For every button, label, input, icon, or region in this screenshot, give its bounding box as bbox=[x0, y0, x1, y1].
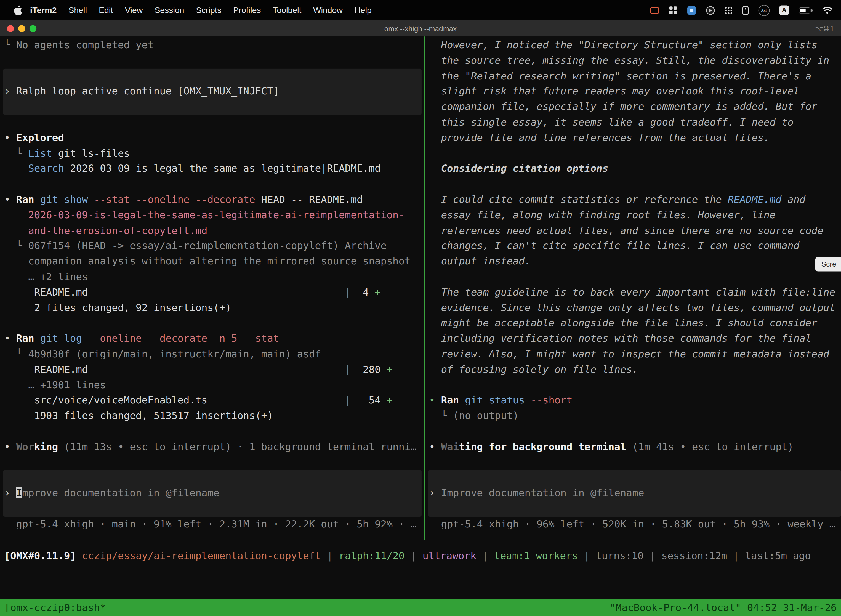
apple-menu-icon[interactable] bbox=[14, 5, 22, 15]
text-segment: --short bbox=[530, 395, 573, 406]
terminal-line: └ 4b9d30f (origin/main, instructkr/main,… bbox=[4, 347, 321, 362]
keycap-icon[interactable] bbox=[742, 6, 749, 15]
input-source-icon[interactable]: A bbox=[779, 5, 789, 15]
omx-status-segment: | bbox=[404, 550, 422, 561]
text-segment: … +2 lines bbox=[4, 271, 88, 282]
zoom-button[interactable] bbox=[29, 25, 37, 32]
terminal-line: 1903 files changed, 513517 insertions(+) bbox=[4, 408, 273, 424]
text-segment: slight risk that future readers may over… bbox=[429, 85, 799, 97]
text-segment: Wor bbox=[16, 441, 34, 452]
cpu-meter-icon[interactable]: .61 bbox=[759, 5, 770, 16]
minimize-button[interactable] bbox=[18, 25, 25, 32]
text-segment: › bbox=[4, 487, 16, 499]
text-segment: ting for background terminal bbox=[459, 441, 626, 452]
text-segment: of focusing solely on file lines. bbox=[429, 364, 638, 375]
text-segment: git log bbox=[40, 333, 82, 344]
tooltip-text: Scre bbox=[821, 260, 836, 268]
battery-icon[interactable] bbox=[799, 7, 813, 13]
text-segment: Ran bbox=[16, 333, 34, 344]
text-segment: › bbox=[429, 487, 441, 499]
text-segment: --oneline --decorate -n 5 --stat bbox=[88, 333, 279, 344]
text-segment: I could cite commit statistics or refere… bbox=[429, 194, 728, 205]
terminal-line: companion analysis without altering the … bbox=[4, 254, 410, 269]
text-segment: | bbox=[88, 364, 351, 375]
menu-edit[interactable]: Edit bbox=[93, 5, 119, 15]
grid-icon[interactable] bbox=[669, 6, 677, 14]
text-segment: + bbox=[375, 286, 381, 298]
window-title: omx --xhigh --madmax bbox=[384, 24, 457, 32]
omx-status-segment: last:5m ago bbox=[745, 550, 811, 561]
menu-help[interactable]: Help bbox=[349, 5, 378, 15]
text-segment: evidence. Since this change only affects… bbox=[429, 302, 835, 313]
menu-view[interactable]: View bbox=[119, 5, 149, 15]
text-segment: king bbox=[34, 441, 58, 452]
text-segment: git ls-files bbox=[52, 147, 130, 159]
text-segment: … +1901 lines bbox=[4, 379, 106, 390]
text-segment: Search bbox=[28, 163, 64, 174]
text-segment: review. Also, I might want to inspect th… bbox=[429, 348, 829, 359]
text-segment: • bbox=[429, 441, 441, 452]
omx-status-segment: team:1 workers bbox=[494, 550, 578, 561]
terminal-line: references need actual files, and since … bbox=[429, 223, 823, 238]
text-segment bbox=[34, 333, 40, 344]
text-segment: this single essay, it seems like a good … bbox=[429, 116, 794, 128]
menu-toolbelt[interactable]: Toolbelt bbox=[267, 5, 308, 15]
menu-iterm2[interactable]: iTerm2 bbox=[24, 5, 62, 15]
omx-status-segment: [OMX#0.11.9] bbox=[4, 550, 76, 561]
text-segment: └ (no output) bbox=[429, 410, 519, 421]
text-segment: Ran bbox=[16, 194, 34, 205]
text-segment: 1903 files changed, 513517 insertions(+) bbox=[4, 410, 273, 421]
terminal-line: gpt-5.4 xhigh · 96% left · 520K in · 5.8… bbox=[429, 517, 835, 532]
text-segment: including verification notes with those … bbox=[429, 333, 812, 344]
terminal-line: companion file, especially if more comme… bbox=[429, 99, 817, 115]
screen-recording-icon[interactable] bbox=[650, 7, 659, 13]
terminal-line: … +2 lines bbox=[4, 269, 88, 285]
text-segment: companion analysis without altering the … bbox=[4, 255, 410, 267]
terminal-line: might be acceptable alongside the file l… bbox=[429, 316, 817, 331]
text-segment: src/voice/voiceModeEnabled.ts bbox=[4, 395, 208, 406]
text-segment: provide file and line references from th… bbox=[429, 132, 769, 143]
menu-profiles[interactable]: Profiles bbox=[227, 5, 267, 15]
terminal-line: changes, I can't cite specific file line… bbox=[429, 238, 799, 254]
dots-grid-icon[interactable] bbox=[725, 6, 733, 14]
left-terminal-pane[interactable]: └ No agents completed yet› Ralph loop ac… bbox=[0, 38, 424, 541]
menu-shell[interactable]: Shell bbox=[63, 5, 93, 15]
close-button[interactable] bbox=[7, 25, 14, 32]
dark-app-icon[interactable] bbox=[706, 6, 715, 15]
menu-scripts[interactable]: Scripts bbox=[190, 5, 227, 15]
screen-share-tooltip[interactable]: Scre bbox=[815, 257, 841, 271]
tmux-status-bar: [omx-cczip0:bash* "MacBook-Pro-44.local"… bbox=[0, 599, 841, 616]
traffic-lights bbox=[7, 25, 37, 32]
tmux-session-label: [omx-cczip0:bash* bbox=[4, 602, 106, 613]
blue-app-icon[interactable] bbox=[687, 6, 696, 15]
text-segment: • bbox=[429, 395, 441, 406]
terminal-line: › Improve documentation in @filename bbox=[4, 486, 219, 501]
terminal-line: essay file, along with finding root file… bbox=[429, 208, 776, 223]
terminal-line: • Ran git log --oneline --decorate -n 5 … bbox=[4, 331, 279, 347]
text-segment: └ bbox=[4, 147, 28, 159]
text-segment bbox=[88, 194, 94, 205]
terminal-line: › Improve documentation in @filename bbox=[429, 486, 644, 501]
terminal-line: the "Related research writing" section i… bbox=[429, 69, 812, 84]
terminal-line: this single essay, it seems like a good … bbox=[429, 115, 794, 130]
terminal-line: and-the-erosion-of-copyleft.md bbox=[4, 223, 208, 238]
menu-session[interactable]: Session bbox=[149, 5, 190, 15]
right-terminal-pane[interactable]: However, I noticed the "Directory Struct… bbox=[425, 38, 841, 541]
text-segment: essay file, along with finding root file… bbox=[429, 209, 776, 220]
menu-window[interactable]: Window bbox=[308, 5, 349, 15]
terminal-line: gpt-5.4 xhigh · main · 91% left · 2.31M … bbox=[4, 517, 417, 532]
wifi-icon[interactable] bbox=[822, 6, 832, 14]
text-segment: • bbox=[4, 194, 16, 205]
terminal-line: The team guideline is to back every impo… bbox=[429, 285, 835, 300]
text-segment bbox=[34, 194, 40, 205]
text-segment bbox=[525, 395, 531, 406]
text-segment: (1m 41s • esc to interrupt) bbox=[626, 441, 794, 452]
omx-status-segment: turns:10 bbox=[596, 550, 643, 561]
window-title-bar[interactable]: omx --xhigh --madmax ⌥⌘1 bbox=[0, 21, 841, 37]
text-segment: HEAD -- README.md bbox=[255, 194, 363, 205]
text-segment: 280 bbox=[351, 364, 387, 375]
text-segment: mprove documentation in @filename bbox=[22, 487, 219, 499]
terminal-line: the source tree, missing the essay. Stil… bbox=[429, 53, 829, 69]
text-segment bbox=[82, 333, 88, 344]
text-segment: the "Related research writing" section i… bbox=[429, 70, 812, 81]
